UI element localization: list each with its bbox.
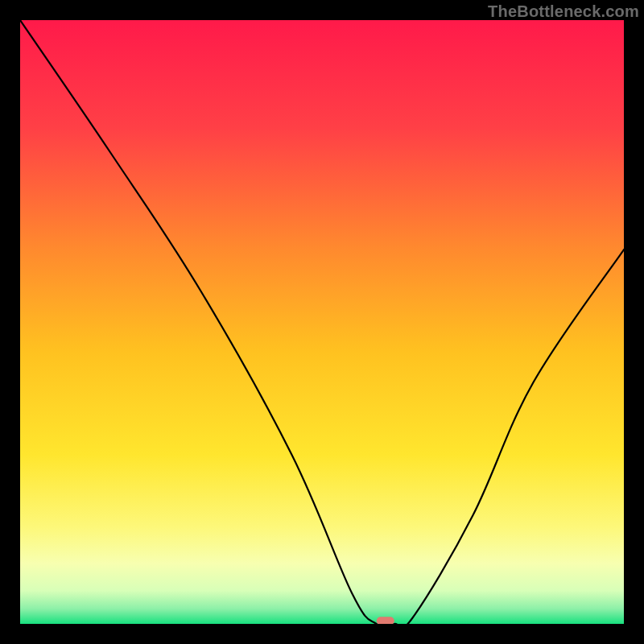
plot-area: [20, 20, 624, 624]
watermark-text: TheBottleneck.com: [488, 2, 639, 21]
optimal-marker: [377, 617, 394, 624]
chart-frame: TheBottleneck.com: [0, 0, 644, 644]
chart-svg: [20, 20, 624, 624]
gradient-background: [20, 20, 624, 624]
